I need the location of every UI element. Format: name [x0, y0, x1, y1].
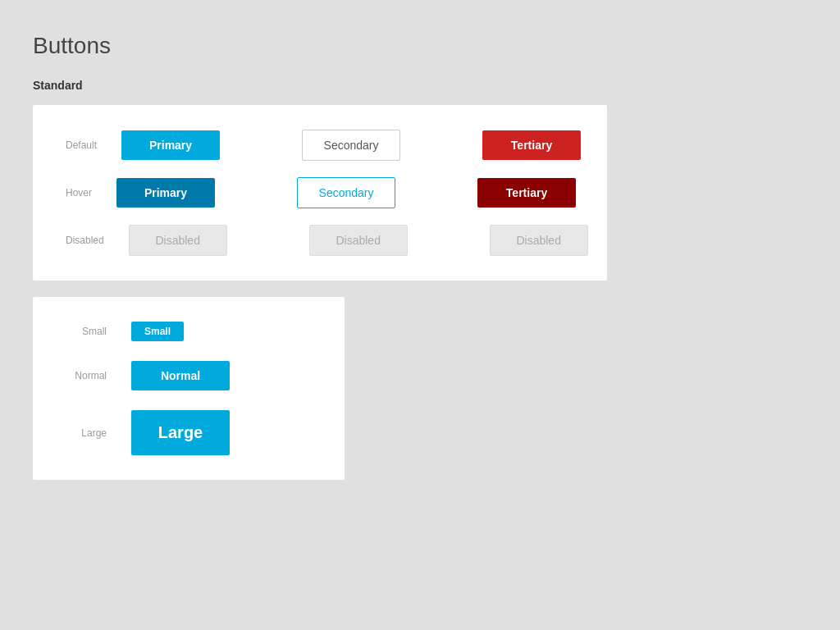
normal-label: Normal: [66, 370, 131, 381]
normal-row: Normal Normal: [66, 361, 312, 390]
secondary-hover-button[interactable]: Secondary: [297, 177, 395, 208]
default-label: Default: [66, 139, 121, 151]
size-card: Small Small Normal Normal Large Large: [33, 297, 345, 480]
primary-disabled-button: Disabled: [129, 225, 227, 256]
default-btn-group: Primary Secondary Tertiary: [121, 130, 581, 161]
normal-button[interactable]: Normal: [131, 361, 230, 390]
large-label: Large: [66, 427, 131, 439]
tertiary-disabled-button: Disabled: [490, 225, 588, 256]
disabled-row: Disabled Disabled Disabled Disabled: [66, 225, 574, 256]
hover-label: Hover: [66, 187, 116, 199]
small-row: Small Small: [66, 322, 312, 341]
secondary-default-button[interactable]: Secondary: [302, 130, 400, 161]
page-title: Buttons: [33, 33, 807, 59]
small-button[interactable]: Small: [131, 322, 184, 341]
standard-card: Default Primary Secondary Tertiary Hover…: [33, 105, 607, 281]
hover-btn-group: Primary Secondary Tertiary: [116, 177, 576, 208]
tertiary-default-button[interactable]: Tertiary: [482, 130, 581, 160]
default-row: Default Primary Secondary Tertiary: [66, 130, 574, 161]
large-row: Large Large: [66, 410, 312, 455]
large-button[interactable]: Large: [131, 410, 230, 455]
primary-hover-button[interactable]: Primary: [116, 178, 215, 208]
primary-default-button[interactable]: Primary: [121, 130, 220, 160]
secondary-disabled-button: Disabled: [309, 225, 408, 256]
disabled-btn-group: Disabled Disabled Disabled: [129, 225, 588, 256]
tertiary-hover-button[interactable]: Tertiary: [477, 178, 576, 208]
standard-section-title: Standard: [33, 79, 807, 92]
hover-row: Hover Primary Secondary Tertiary: [66, 177, 574, 208]
small-label: Small: [66, 326, 131, 337]
disabled-label: Disabled: [66, 235, 129, 246]
